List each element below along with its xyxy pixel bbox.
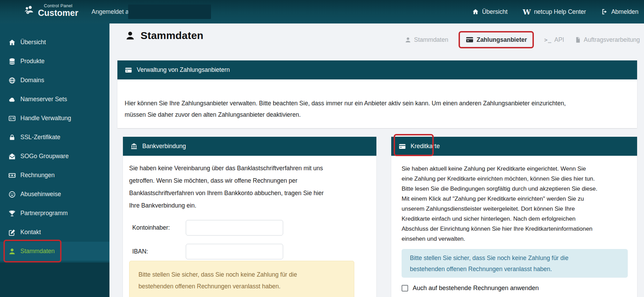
sidebar-item-sogo-groupware[interactable]: SOGo Groupware (0, 147, 109, 166)
sidebar-item-label: SSL-Zertifikate (20, 134, 60, 141)
sidebar-item-produkte[interactable]: Produkte (0, 52, 109, 71)
apply-existing-invoices-row: Auch auf bestehende Rechnungen anwenden (402, 285, 628, 292)
apply-existing-invoices-checkbox[interactable] (402, 285, 408, 291)
account-holder-row: Kontoinhaber: (123, 220, 376, 236)
panel-description: Hier können Sie Ihre Zahlungsanbieter ve… (125, 100, 566, 118)
sidebar-item-uebersicht[interactable]: Übersicht (0, 33, 109, 52)
sidebar-item-label: Abusehinweise (20, 191, 61, 198)
logged-in-username-redacted (128, 4, 211, 19)
tab-api[interactable]: >_ API (544, 36, 564, 44)
sidebar-item-handle-verwaltung[interactable]: Handle Verwaltung (0, 109, 109, 128)
top-nav: Übersicht W netcup Help Center Abmelden (472, 0, 638, 23)
credit-card-icon (125, 66, 132, 74)
warning-text-1: Bitte stellen Sie sicher, dass Sie noch … (138, 269, 345, 292)
database-icon (8, 58, 16, 65)
page-title: Stammdaten (141, 30, 203, 41)
bank-card: Bankverbindung Sie haben keine Vereinbar… (123, 137, 376, 297)
tab-bar: Stammdaten Zahlungsanbieter >_ API Auftr… (405, 30, 640, 50)
payment-provider-panel-header: Verwaltung von Zahlungsanbietern (117, 60, 637, 79)
credit-card-icon (465, 36, 474, 44)
user-icon (125, 30, 135, 41)
tab-auftragsverarbeitung[interactable]: Auftragsverarbeitung (575, 36, 640, 44)
sidebar-item-label: Produkte (20, 58, 45, 65)
sidebar-item-label: Stammdaten (20, 248, 55, 255)
payment-provider-panel: Verwaltung von Zahlungsanbietern Hier kö… (117, 60, 637, 128)
iban-input[interactable] (186, 244, 283, 259)
sidebar-item-stammdaten[interactable]: Stammdaten (0, 242, 109, 261)
info-text: Bitte stellen Sie sicher, dass Sie noch … (410, 252, 568, 275)
sidebar-item-label: Partnerprogramm (20, 210, 68, 217)
iban-row: IBAN: (123, 244, 376, 259)
credit-card-icon (398, 143, 406, 150)
account-holder-input[interactable] (186, 220, 283, 236)
logo-subtitle: Control Panel (44, 3, 73, 8)
sidebar-item-abusehinweise[interactable]: Abusehinweise (0, 185, 109, 204)
bank-card-description: Sie haben keine Vereinbarung über das Ba… (123, 156, 376, 212)
panel-title: Verwaltung von Zahlungsanbietern (137, 66, 230, 74)
credit-card-card: Kreditkarte Sie haben aktuell keine Zahl… (391, 137, 637, 297)
card-title: Kreditkarte (411, 143, 440, 150)
sidebar-item-label: Handle Verwaltung (20, 115, 71, 122)
sidebar-item-partnerprogramm[interactable]: Partnerprogramm (0, 204, 109, 223)
sidebar-menu: Übersicht Produkte Domains Nameserver Se… (0, 23, 109, 261)
money-bill-icon (8, 172, 16, 179)
users-gear-icon (23, 5, 35, 16)
app-logo[interactable]: Control Panel Customer (23, 3, 78, 17)
topnav-label: netcup Help Center (534, 8, 586, 16)
logo-title: Customer (38, 9, 78, 17)
sidebar-item-label: Übersicht (20, 39, 46, 46)
sidebar-item-label: Rechnungen (20, 172, 55, 179)
sidebar-item-ssl-zertifikate[interactable]: SSL-Zertifikate (0, 128, 109, 147)
envelope-icon (8, 153, 16, 160)
sidebar-item-label: Nameserver Sets (20, 96, 67, 103)
wiki-w-icon: W (523, 8, 531, 16)
sidebar-item-domains[interactable]: Domains (0, 71, 109, 90)
logged-in-as-label: Angemeldet als (92, 0, 133, 23)
lock-icon (8, 134, 16, 141)
file-icon (575, 37, 581, 43)
info-alert: Bitte stellen Sie sicher, dass Sie noch … (402, 249, 628, 278)
sidebar-footer-area (0, 262, 109, 297)
home-icon (8, 39, 16, 46)
topnav-abmelden[interactable]: Abmelden (601, 8, 638, 16)
tab-label: API (554, 36, 564, 44)
topnav-help-center[interactable]: W netcup Help Center (523, 8, 586, 16)
terminal-icon: >_ (544, 37, 551, 43)
pen-square-icon (8, 229, 16, 236)
tab-label: Zahlungsanbieter (477, 36, 527, 44)
credit-card-header: Kreditkarte (391, 137, 637, 156)
account-holder-label: Kontoinhaber: (132, 224, 186, 231)
topnav-label: Abmelden (611, 8, 638, 16)
sidebar-item-rechnungen[interactable]: Rechnungen (0, 166, 109, 185)
payment-provider-panel-body: Hier können Sie Ihre Zahlungsanbieter ve… (117, 79, 637, 128)
top-bar: Control Panel Customer Angemeldet als Üb… (0, 0, 644, 23)
iban-label: IBAN: (132, 248, 186, 255)
credit-card-body: Sie haben aktuell keine Zahlung per Kred… (391, 156, 637, 297)
home-icon (472, 8, 479, 15)
card-title: Bankverbindung (142, 143, 186, 150)
tab-zahlungsanbieter[interactable]: Zahlungsanbieter (459, 31, 534, 48)
credit-card-description: Sie haben aktuell keine Zahlung per Kred… (391, 156, 637, 244)
sidebar-item-nameserver-sets[interactable]: Nameserver Sets (0, 90, 109, 109)
topnav-uebersicht[interactable]: Übersicht (472, 8, 508, 16)
tab-stammdaten[interactable]: Stammdaten (405, 36, 448, 44)
sidebar-item-label: Domains (20, 77, 44, 84)
page-header: Stammdaten (125, 30, 203, 41)
sidebar-item-label: Kontakt (20, 229, 41, 236)
frown-icon (8, 191, 16, 198)
tab-label: Stammdaten (414, 36, 448, 44)
apply-existing-invoices-label[interactable]: Auch auf bestehende Rechnungen anwenden (413, 285, 539, 292)
sign-out-icon (601, 8, 608, 15)
user-icon (405, 37, 411, 43)
user-icon (8, 248, 16, 255)
bank-icon (130, 143, 138, 150)
bank-card-body: Sie haben keine Vereinbarung über das Ba… (123, 156, 376, 297)
sidebar-item-label: SOGo Groupware (20, 153, 69, 160)
id-card-icon (8, 115, 16, 122)
sidebar-item-kontakt[interactable]: Kontakt (0, 223, 109, 242)
main-content: Stammdaten Stammdaten Zahlungsanbieter >… (109, 23, 644, 297)
topnav-label: Übersicht (482, 8, 508, 16)
warning-alert: Bitte stellen Sie sicher, dass Sie noch … (129, 261, 354, 297)
globe-icon (8, 77, 16, 84)
sidebar: Übersicht Produkte Domains Nameserver Se… (0, 23, 109, 297)
